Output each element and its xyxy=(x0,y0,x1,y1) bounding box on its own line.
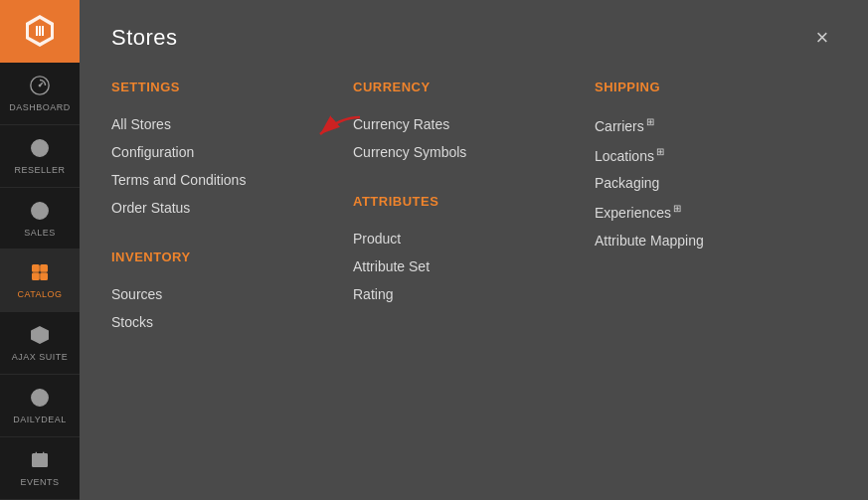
col-settings: Settings All Stores Configuration xyxy=(111,80,353,336)
main-area: Stores × Settings All Stores Configurati… xyxy=(80,0,868,500)
sidebar: DASHBOARD RESELLER SALES CATALOG AJAX SU… xyxy=(0,0,80,500)
svg-rect-7 xyxy=(41,265,47,271)
inventory-section: Inventory Sources Stocks xyxy=(111,250,333,336)
rating-link[interactable]: Rating xyxy=(353,280,575,308)
svg-rect-8 xyxy=(33,273,39,279)
svg-text:$: $ xyxy=(35,395,40,404)
modal-header: Stores × xyxy=(111,24,836,52)
currency-rates-link[interactable]: Currency Rates xyxy=(353,110,575,138)
modal-title: Stores xyxy=(111,25,178,51)
experiences-ext-icon: ⊞ xyxy=(673,203,681,214)
settings-items: All Stores Configuration Terms and Condi… xyxy=(111,110,333,222)
stores-modal: Stores × Settings All Stores Configurati… xyxy=(80,0,868,500)
col-shipping: Shipping Carriers⊞ Locations⊞ Packaging … xyxy=(595,80,836,336)
inventory-heading: Inventory xyxy=(111,250,333,264)
locations-ext-icon: ⊞ xyxy=(656,146,664,157)
sidebar-item-catalog[interactable]: CATALOG xyxy=(0,250,80,312)
sidebar-item-events[interactable]: EVENTS xyxy=(0,437,80,500)
modal-content: Settings All Stores Configuration xyxy=(111,80,836,336)
svg-rect-6 xyxy=(33,265,39,271)
attributes-section: Attributes Product Attribute Set Rating xyxy=(353,194,575,308)
sidebar-item-ajax-suite[interactable]: AJAX SUITE xyxy=(0,312,80,375)
stocks-link[interactable]: Stocks xyxy=(111,308,333,336)
sidebar-item-dashboard[interactable]: DASHBOARD xyxy=(0,63,80,125)
carriers-ext-icon: ⊞ xyxy=(646,116,654,127)
logo[interactable] xyxy=(0,0,80,63)
carriers-link[interactable]: Carriers⊞ xyxy=(595,110,816,140)
locations-link[interactable]: Locations⊞ xyxy=(595,140,816,170)
shipping-heading: Shipping xyxy=(595,80,816,94)
product-link[interactable]: Product xyxy=(353,225,575,252)
svg-rect-12 xyxy=(33,454,48,467)
sidebar-item-sales[interactable]: SALES xyxy=(0,188,80,250)
experiences-link[interactable]: Experiences⊞ xyxy=(595,197,816,227)
sidebar-item-reseller[interactable]: RESELLER xyxy=(0,125,80,188)
terms-conditions-link[interactable]: Terms and Conditions xyxy=(111,166,333,194)
svg-rect-9 xyxy=(41,273,47,279)
settings-heading: Settings xyxy=(111,80,333,94)
attributes-heading: Attributes xyxy=(353,194,575,209)
attribute-mapping-link[interactable]: Attribute Mapping xyxy=(595,227,816,254)
sidebar-item-dailydeal[interactable]: $ DAILYDEAL xyxy=(0,375,80,437)
currency-symbols-link[interactable]: Currency Symbols xyxy=(353,138,575,166)
order-status-link[interactable]: Order Status xyxy=(111,194,333,222)
col-currency: Currency Currency Rates Currency Symbols… xyxy=(353,80,595,336)
close-button[interactable]: × xyxy=(808,24,836,52)
sources-link[interactable]: Sources xyxy=(111,280,333,308)
all-stores-link[interactable]: All Stores xyxy=(111,110,333,138)
svg-point-2 xyxy=(39,83,42,86)
currency-heading: Currency xyxy=(353,80,575,94)
packaging-link[interactable]: Packaging xyxy=(595,169,816,197)
attribute-set-link[interactable]: Attribute Set xyxy=(353,252,575,280)
configuration-link[interactable]: Configuration xyxy=(111,138,333,166)
